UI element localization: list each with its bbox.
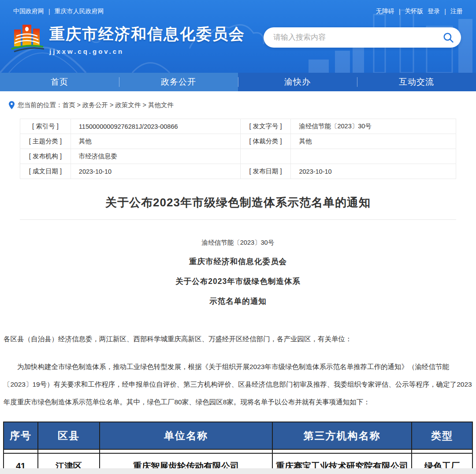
spacer-cell	[4, 449, 38, 453]
meta-value-publish-date: 2023-10-10	[291, 164, 456, 179]
page-title: 关于公布2023年市级绿色制造体系示范名单的通知	[0, 195, 476, 210]
link-login[interactable]: 登录	[428, 7, 440, 15]
separator: |	[48, 8, 50, 15]
document-title-line-1: 关于公布2023年市级绿色制造体系	[0, 276, 476, 287]
meta-label-publisher: [ 发布机构 ]	[20, 149, 71, 164]
spacer-cell	[412, 449, 472, 453]
meta-value-genre: 其他	[291, 134, 456, 149]
meta-row: [ 成文日期 ] 2023-10-10 [ 发布日期 ] 2023-10-10	[20, 164, 456, 179]
meta-label-publish-date: [ 发布日期 ]	[240, 164, 291, 179]
site-header: 重庆市经济和信息化委员会 jjxxw.cq.gov.cn	[0, 20, 476, 55]
agency-logo-icon	[11, 22, 44, 55]
link-china-gov[interactable]: 中国政府网	[13, 7, 44, 15]
search-icon[interactable]	[443, 32, 454, 43]
meta-label-empty	[240, 149, 291, 164]
link-register[interactable]: 注册	[450, 7, 463, 15]
meta-value-index-no: 11500000009276281J/2023-00866	[71, 119, 240, 134]
nav-item-home[interactable]: 首页	[0, 73, 119, 91]
meta-label-doc-no: [ 发文字号 ]	[240, 119, 291, 134]
document-meta-table: [ 索引号 ] 11500000009276281J/2023-00866 [ …	[20, 119, 456, 179]
separator: |	[399, 8, 401, 15]
meta-value-doc-no: 渝经信节能〔2023〕30号	[291, 119, 456, 134]
nav-item-interaction[interactable]: 互动交流	[357, 73, 476, 91]
top-utility-bar: 中国政府网 | 重庆市人民政府网 无障碍 | 关怀版 登录 | 注册	[0, 0, 476, 20]
col-header-serial: 序号	[4, 422, 38, 449]
meta-label-subject: [ 主题分类 ]	[20, 134, 71, 149]
main-nav: 首页 政务公开 渝快办 互动交流	[0, 73, 476, 91]
spacer-cell	[100, 449, 272, 453]
meta-label-written-date: [ 成文日期 ]	[20, 164, 71, 179]
document-body: 各区县（自治县）经济信息委，两江新区、西部科学城重庆高新区、万盛经开区经信部门，…	[4, 333, 472, 411]
document-org-line: 重庆市经济和信息化委员会	[0, 256, 476, 267]
meta-row: [ 发布机构 ] 市经济信息委	[20, 149, 456, 164]
col-header-type: 类型	[412, 422, 472, 449]
col-header-unit-name: 单位名称	[100, 422, 272, 449]
search-input[interactable]	[273, 33, 443, 42]
document-number: 渝经信节能〔2023〕30号	[0, 239, 476, 247]
link-chongqing-gov[interactable]: 重庆市人民政府网	[55, 7, 104, 15]
meta-label-genre: [ 体裁分类 ]	[240, 134, 291, 149]
table-spacer-row	[4, 449, 472, 453]
document-title-line-2: 示范名单的通知	[0, 296, 476, 306]
meta-value-empty	[291, 149, 456, 164]
salutation-line: 各区县（自治县）经济信息委，两江新区、西部科学城重庆高新区、万盛经开区经信部门，…	[4, 333, 472, 345]
site-url: jjxxw.cq.gov.cn	[49, 48, 245, 55]
meta-row: [ 索引号 ] 11500000009276281J/2023-00866 [ …	[20, 119, 456, 134]
breadcrumb: 您当前的位置：首页 > 政务公开 > 政策文件 > 其他文件	[0, 91, 476, 112]
search-bar	[264, 27, 461, 48]
col-header-district: 区县	[38, 422, 100, 449]
table-header-row: 序号 区县 单位名称 第三方机构名称 类型	[4, 422, 472, 449]
account-links: 无障碍 | 关怀版 登录 | 注册	[376, 7, 463, 15]
meta-value-publisher: 市经济信息委	[71, 149, 240, 164]
site-banner: 中国政府网 | 重庆市人民政府网 无障碍 | 关怀版 登录 | 注册	[0, 0, 476, 73]
divider	[20, 219, 456, 220]
site-title: 重庆市经济和信息化委员会	[49, 24, 245, 45]
green-factory-list-table: 序号 区县 单位名称 第三方机构名称 类型 41 江津区 重庆智展齿轮传动有限公…	[3, 422, 473, 474]
breadcrumb-text[interactable]: 您当前的位置：首页 > 政务公开 > 政策文件 > 其他文件	[18, 101, 174, 109]
meta-label-index-no: [ 索引号 ]	[20, 119, 71, 134]
site-identity: 重庆市经济和信息化委员会 jjxxw.cq.gov.cn	[49, 24, 245, 55]
spacer-cell	[272, 449, 412, 453]
location-pin-icon	[9, 101, 15, 109]
meta-value-subject: 其他	[71, 134, 240, 149]
body-paragraph: 为加快构建全市绿色制造体系，推动工业绿色转型发展，根据《关于组织开展2023年市…	[4, 358, 472, 411]
link-care-version[interactable]: 关怀版	[405, 7, 423, 15]
gov-links: 中国政府网 | 重庆市人民政府网	[13, 7, 104, 15]
document-heading: 渝经信节能〔2023〕30号 重庆市经济和信息化委员会 关于公布2023年市级绿…	[0, 239, 476, 306]
nav-item-yukuaiban[interactable]: 渝快办	[238, 73, 357, 91]
page-background-strip	[0, 468, 476, 474]
nav-item-gov-affairs[interactable]: 政务公开	[119, 73, 238, 91]
link-accessibility[interactable]: 无障碍	[376, 7, 394, 15]
meta-value-written-date: 2023-10-10	[71, 164, 240, 179]
meta-row: [ 主题分类 ] 其他 [ 体裁分类 ] 其他	[20, 134, 456, 149]
separator: |	[444, 8, 446, 15]
spacer-cell	[38, 449, 100, 453]
col-header-third-party: 第三方机构名称	[272, 422, 412, 449]
